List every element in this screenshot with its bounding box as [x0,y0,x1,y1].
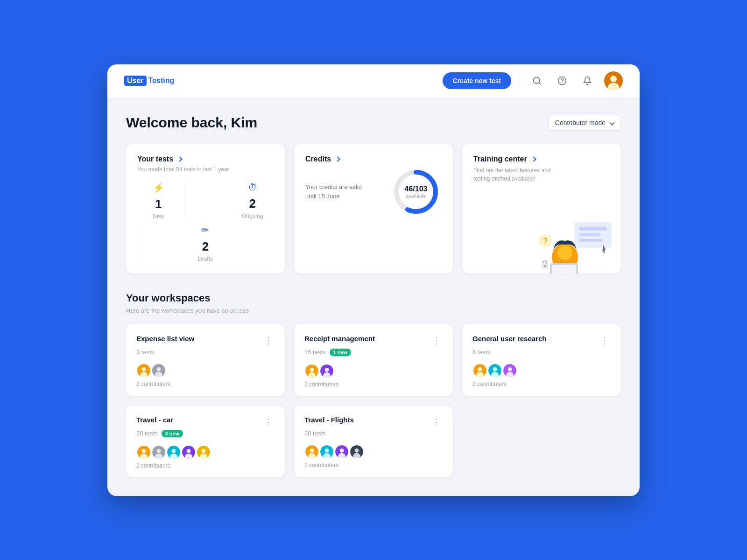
workspace-research-contributors-label: 2 contributers [472,381,611,387]
contributor-avatar [136,363,151,378]
main-content: Welcome back, Kim Contributer mode Your … [107,98,640,496]
contributor-avatar [166,445,181,460]
workspace-receipt-menu[interactable]: ⋮ [430,335,443,347]
logo-testing: Testing [148,77,175,85]
svg-point-57 [200,453,207,459]
help-icon [557,76,567,85]
help-button[interactable] [554,72,571,89]
stat-new-label: New [153,213,164,220]
svg-line-1 [539,83,541,84]
your-tests-title: Your tests [137,155,274,163]
stat-drafts-label: Drafts [198,256,213,262]
workspace-research-name: General user research [472,335,546,343]
workspace-expense-menu[interactable]: ⋮ [262,335,275,347]
contributor-avatar [304,444,319,459]
workspace-expense-list: Expense list view ⋮ 3 tests 2 [126,324,285,396]
workspace-travel-car-badge: 3 new [162,430,183,437]
top-cards: Your tests You made total 54 tests in la… [126,144,621,273]
svg-point-68 [355,448,359,453]
workspace-research-tests: 6 tests [472,349,611,356]
credits-card: Credits Your credits are valid until 15 … [294,144,453,273]
create-test-button[interactable]: Create new test [443,72,511,89]
workspace-travel-car: Travel - car ⋮ 20 tests 3 new [126,406,285,477]
workspace-research-header: General user research ⋮ [472,335,611,347]
svg-point-69 [353,453,360,459]
stat-ongoing-label: Ongoing [242,213,263,219]
svg-point-24 [140,371,148,378]
workspace-travel-car-tests: 20 tests 3 new [136,430,275,437]
contributor-avatar [319,444,334,459]
svg-point-32 [325,368,329,372]
credits-title: Credits [305,155,442,163]
stat-drafts: ✏ 2 Drafts [184,224,227,262]
svg-point-45 [140,453,148,459]
svg-text:?: ? [543,237,548,245]
contributor-avatar [151,363,166,378]
welcome-title: Welcome back, Kim [126,115,257,131]
svg-point-53 [187,449,191,453]
donut-numbers: 46/103 [405,185,428,193]
donut-sub-label: available [405,193,428,199]
workspace-research-menu[interactable]: ⋮ [599,335,611,347]
chevron-down-icon [609,120,614,125]
svg-point-56 [202,449,206,453]
svg-rect-17 [552,265,576,273]
workspace-travel-flights: Travel - Flights ⋮ 30 tests [294,406,453,477]
workspace-travel-flights-menu[interactable]: ⋮ [430,416,443,428]
mode-dropdown[interactable]: Contributer mode [548,115,621,131]
logo: User Testing [124,76,174,86]
workspace-travel-flights-contributors-label: 2 contributers [304,462,443,469]
svg-point-62 [325,448,329,453]
workspace-research: General user research ⋮ 6 tests [462,324,621,396]
svg-point-42 [506,371,514,378]
workspaces-grid: Expense list view ⋮ 3 tests 2 [126,324,621,477]
training-illustration: ? [537,213,621,273]
training-card: Training center Find out the latest feat… [462,144,621,273]
contributor-avatar [319,364,334,378]
svg-point-41 [508,367,512,371]
workspace-travel-car-menu[interactable]: ⋮ [262,416,275,428]
workspace-travel-flights-tests: 30 tests [304,430,443,437]
workspaces-title: Your workspaces [126,292,621,304]
svg-point-15 [557,245,572,260]
contributor-avatar [304,364,319,378]
avatar-image [604,71,623,90]
training-title: Training center [473,155,610,163]
workspace-travel-car-contributors-row [136,445,275,460]
lightning-icon: ⚡ [153,182,164,193]
workspace-receipt-contributors-label: 2 contributers [304,381,443,388]
workspace-expense-contributors-label: 2 contributers [136,381,275,387]
workspace-travel-flights-name: Travel - Flights [304,416,354,424]
workspace-expense-header: Expense list view ⋮ [136,335,275,347]
contributor-avatar [181,445,196,460]
edit-icon: ✏ [201,224,209,236]
workspace-receipt-name: Receipt management [304,335,375,343]
stat-ongoing: ⏱ 2 Ongoing [231,182,274,220]
notifications-button[interactable] [579,72,596,89]
contributor-avatar [334,444,349,459]
bell-icon [583,76,592,85]
user-avatar[interactable] [604,71,623,90]
donut-chart: 46/103 available [390,166,442,217]
workspace-research-contributors-row [472,363,611,378]
credits-link-icon [335,156,340,161]
contributor-avatar [472,363,487,378]
your-tests-card: Your tests You made total 54 tests in la… [126,144,285,273]
workspace-receipt-contributors-row [304,364,443,378]
svg-point-47 [157,449,161,453]
stat-drafts-number: 2 [202,239,209,254]
svg-point-23 [142,367,146,371]
donut-label: 46/103 available [405,185,428,199]
stat-divider-2 [137,224,138,262]
svg-point-50 [172,449,176,453]
svg-point-59 [310,448,314,453]
test-stats: ⚡ 1 New ⏱ 2 Ongoing ✏ 2 Drafts [137,182,274,262]
contributor-avatar [151,445,166,460]
stat-ongoing-number: 2 [249,196,255,211]
workspace-expense-contributors-row [136,363,275,378]
svg-point-63 [323,453,331,459]
training-link-icon [531,156,536,161]
app-window: User Testing Create new test [107,64,640,496]
search-button[interactable] [529,72,545,89]
svg-point-38 [493,367,497,371]
